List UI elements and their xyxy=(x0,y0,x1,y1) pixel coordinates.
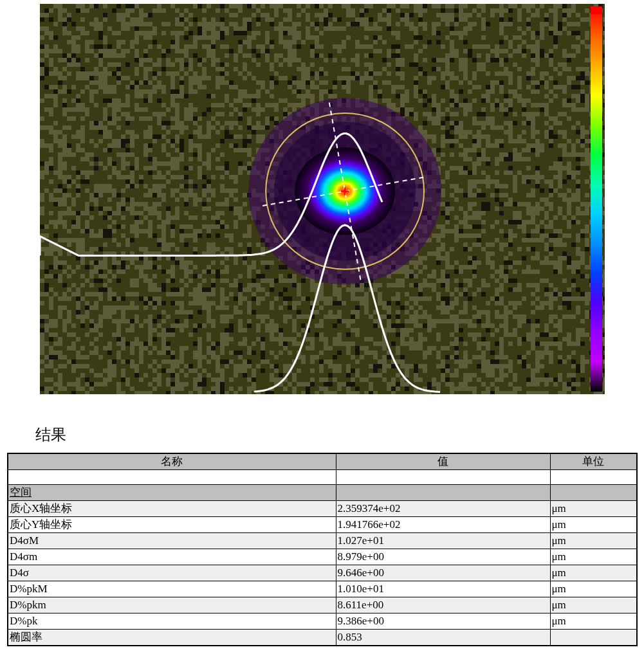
svg-rect-331 xyxy=(391,13,396,17)
svg-rect-1827 xyxy=(319,67,324,71)
svg-rect-4292 xyxy=(71,157,76,161)
svg-rect-9434 xyxy=(531,337,535,341)
svg-rect-9391 xyxy=(337,337,342,341)
svg-rect-1404 xyxy=(116,53,121,58)
svg-rect-4304 xyxy=(125,157,130,161)
svg-rect-4055 xyxy=(139,148,143,152)
svg-rect-7020 xyxy=(441,251,445,256)
svg-rect-1934 xyxy=(234,71,238,76)
svg-rect-9134 xyxy=(315,328,319,332)
svg-rect-7823 xyxy=(85,283,89,287)
svg-rect-6521 xyxy=(463,233,468,238)
svg-rect-7917 xyxy=(508,283,513,287)
svg-rect-9394 xyxy=(351,337,355,341)
svg-rect-1474 xyxy=(432,53,436,58)
svg-rect-460 xyxy=(405,17,409,22)
svg-rect-3130 xyxy=(513,112,517,116)
svg-rect-903 xyxy=(130,35,134,40)
svg-rect-6664 xyxy=(540,238,544,242)
svg-rect-9058 xyxy=(540,323,544,328)
svg-rect-8173 xyxy=(526,292,531,296)
svg-rect-765 xyxy=(76,31,80,35)
svg-rect-7439 xyxy=(58,269,62,274)
svg-rect-9660 xyxy=(414,346,418,350)
svg-rect-1910 xyxy=(125,71,130,76)
svg-rect-5647 xyxy=(499,202,504,206)
svg-rect-5546 xyxy=(44,202,49,206)
svg-rect-9648 xyxy=(360,346,364,350)
svg-rect-107 xyxy=(517,4,522,8)
svg-rect-817 xyxy=(310,31,315,35)
svg-rect-7695 xyxy=(76,278,80,283)
svg-rect-3932 xyxy=(152,143,157,148)
svg-rect-727 xyxy=(472,26,477,31)
svg-rect-8810 xyxy=(558,314,562,319)
svg-rect-3139 xyxy=(553,112,558,116)
svg-rect-7052 xyxy=(585,251,589,256)
svg-rect-786 xyxy=(170,31,175,35)
svg-rect-233 xyxy=(517,8,522,13)
svg-rect-8506 xyxy=(324,305,328,310)
svg-rect-8953 xyxy=(67,323,71,328)
svg-rect-3924 xyxy=(116,143,121,148)
svg-rect-8846 xyxy=(152,319,157,323)
svg-rect-6265 xyxy=(445,224,450,229)
svg-rect-5144 xyxy=(504,184,508,188)
svg-rect-10577 xyxy=(571,377,576,382)
svg-rect-3239 xyxy=(436,116,441,121)
svg-rect-9899 xyxy=(355,355,360,359)
svg-rect-674 xyxy=(234,26,238,31)
svg-rect-6919 xyxy=(553,247,558,251)
svg-rect-3743 xyxy=(436,134,441,139)
svg-rect-10586 xyxy=(44,382,49,386)
svg-rect-10253 xyxy=(247,368,252,373)
svg-rect-10339 xyxy=(67,373,71,377)
svg-rect-2082 xyxy=(333,76,337,80)
svg-rect-9842 xyxy=(98,355,103,359)
svg-rect-2419 xyxy=(148,89,152,94)
svg-rect-2925 xyxy=(157,107,161,112)
svg-rect-8402 xyxy=(423,301,427,305)
svg-rect-2376 xyxy=(522,85,526,89)
svg-rect-6443 xyxy=(112,233,116,238)
svg-rect-2318 xyxy=(261,85,265,89)
svg-rect-3630 xyxy=(495,130,499,134)
svg-rect-2251 xyxy=(526,80,531,85)
svg-rect-4886 xyxy=(477,175,481,179)
svg-rect-869 xyxy=(544,31,549,35)
svg-rect-6435 xyxy=(76,233,80,238)
svg-rect-3506 xyxy=(504,125,508,130)
svg-rect-1450 xyxy=(324,53,328,58)
svg-rect-9171 xyxy=(481,328,486,332)
svg-rect-2080 xyxy=(324,76,328,80)
svg-rect-6658 xyxy=(513,238,517,242)
svg-rect-10494 xyxy=(198,377,202,382)
svg-rect-1280 xyxy=(125,49,130,53)
svg-rect-3065 xyxy=(220,112,225,116)
svg-rect-7551 xyxy=(562,269,567,274)
svg-rect-4692 xyxy=(170,170,175,175)
svg-rect-2556 xyxy=(198,94,202,98)
svg-rect-5283 xyxy=(562,188,567,193)
svg-rect-4943 xyxy=(166,179,170,184)
svg-rect-2947 xyxy=(256,107,261,112)
svg-rect-430 xyxy=(270,17,274,22)
svg-rect-4248 xyxy=(441,152,445,157)
svg-rect-722 xyxy=(450,26,454,31)
svg-rect-10783 xyxy=(364,386,369,391)
svg-rect-6405 xyxy=(508,229,513,233)
svg-rect-493 xyxy=(553,17,558,22)
svg-rect-8929 xyxy=(526,319,531,323)
svg-rect-1303 xyxy=(229,49,234,53)
svg-rect-3768 xyxy=(549,134,553,139)
svg-rect-1391 xyxy=(58,53,62,58)
svg-rect-7958 xyxy=(125,287,130,292)
svg-rect-779 xyxy=(139,31,143,35)
results-title: 结果 xyxy=(35,424,66,445)
svg-rect-2203 xyxy=(310,80,315,85)
svg-rect-7454 xyxy=(125,269,130,274)
svg-rect-6413 xyxy=(544,229,549,233)
svg-rect-7105 xyxy=(256,256,261,260)
cell-value: 9.646e+00 xyxy=(336,565,550,581)
svg-rect-4454 xyxy=(234,161,238,166)
